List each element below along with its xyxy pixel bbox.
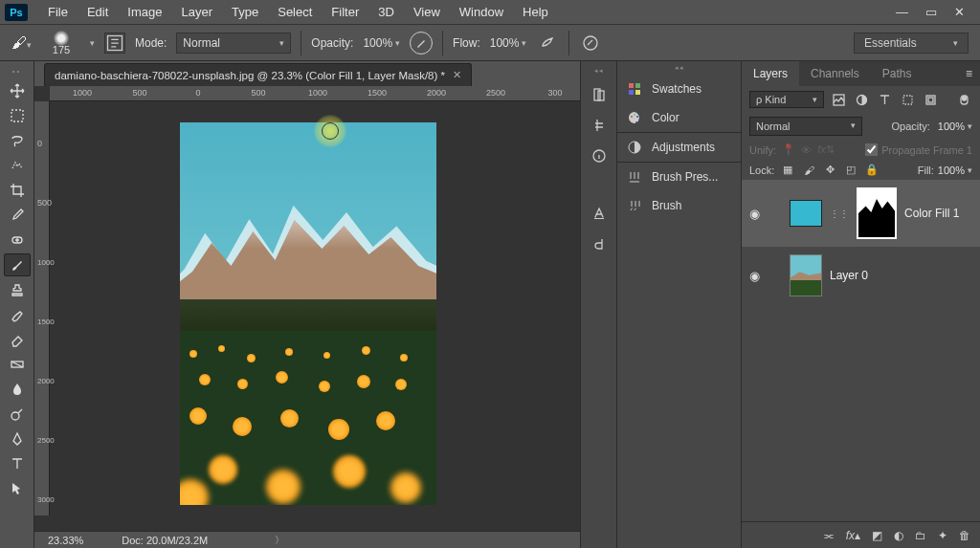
close-tab-icon[interactable]: ✕ bbox=[453, 69, 461, 81]
tool-indicator-icon[interactable]: 🖌▾ bbox=[11, 34, 33, 52]
brush-dropdown-icon[interactable]: ▾ bbox=[90, 38, 95, 48]
pressure-size-button[interactable] bbox=[579, 32, 602, 55]
status-menu-icon[interactable]: 〉 bbox=[275, 534, 284, 547]
eraser-tool[interactable] bbox=[4, 328, 31, 351]
airbrush-button[interactable] bbox=[536, 32, 559, 55]
menu-layer[interactable]: Layer bbox=[172, 5, 223, 19]
menu-type[interactable]: Type bbox=[222, 5, 268, 19]
layer-thumbnail[interactable] bbox=[790, 254, 822, 296]
healing-tool[interactable] bbox=[4, 229, 31, 252]
delete-layer-icon[interactable]: 🗑 bbox=[959, 529, 970, 542]
close-button[interactable]: ✕ bbox=[954, 5, 965, 19]
menu-filter[interactable]: Filter bbox=[322, 5, 368, 19]
layer-row[interactable]: ◉ Layer 0 bbox=[742, 247, 980, 304]
filter-shape-icon[interactable] bbox=[899, 91, 916, 108]
blur-tool[interactable] bbox=[4, 378, 31, 401]
path-select-tool[interactable] bbox=[4, 477, 31, 500]
brush-tool[interactable] bbox=[4, 253, 31, 276]
document-tab[interactable]: damiano-baschiera-708022-unsplash.jpg @ … bbox=[44, 63, 472, 86]
new-layer-icon[interactable]: ✦ bbox=[938, 529, 947, 542]
link-layers-icon[interactable]: ⫘ bbox=[823, 529, 835, 542]
marquee-tool[interactable] bbox=[4, 104, 31, 127]
gradient-tool[interactable] bbox=[4, 353, 31, 376]
layer-name[interactable]: Layer 0 bbox=[830, 269, 868, 282]
add-adjustment-icon[interactable]: ◐ bbox=[894, 529, 903, 542]
tab-layers[interactable]: Layers bbox=[742, 61, 799, 86]
swatches-panel-button[interactable]: Swatches bbox=[617, 75, 741, 103]
maximize-button[interactable]: ▭ bbox=[925, 5, 937, 19]
panel-expand-icon[interactable]: ◂◂ bbox=[617, 61, 741, 75]
visibility-toggle-icon[interactable]: ◉ bbox=[749, 207, 765, 221]
lock-position-icon[interactable]: ✥ bbox=[822, 164, 837, 176]
layer-filter-kind-select[interactable]: ρ Kind▾ bbox=[749, 91, 824, 108]
menu-view[interactable]: View bbox=[404, 5, 450, 19]
toolbar-grip[interactable]: •• bbox=[12, 67, 22, 76]
crop-tool[interactable] bbox=[4, 179, 31, 202]
move-tool[interactable] bbox=[4, 79, 31, 102]
opacity-value[interactable]: 100%▾ bbox=[363, 36, 400, 50]
fill-value[interactable]: 100%▾ bbox=[938, 164, 972, 176]
stamp-tool[interactable] bbox=[4, 278, 31, 301]
menu-file[interactable]: File bbox=[38, 5, 78, 19]
propagate-frame-checkbox[interactable]: Propagate Frame 1 bbox=[865, 143, 972, 156]
layer-row[interactable]: ◉ ⋮⋮ Color Fill 1 bbox=[742, 180, 980, 247]
mask-link-icon[interactable]: ⋮⋮ bbox=[830, 208, 849, 219]
canvas[interactable] bbox=[180, 122, 436, 505]
fill-thumbnail[interactable] bbox=[790, 200, 822, 227]
quick-select-tool[interactable] bbox=[4, 154, 31, 177]
adjustments-panel-button[interactable]: Adjustments bbox=[617, 133, 741, 162]
history-brush-tool[interactable] bbox=[4, 303, 31, 326]
color-panel-button[interactable]: Color bbox=[617, 103, 741, 132]
brush-panel-toggle-button[interactable] bbox=[104, 33, 125, 54]
menu-help[interactable]: Help bbox=[513, 5, 558, 19]
workspace-select[interactable]: Essentials▾ bbox=[854, 33, 969, 54]
history-panel-icon[interactable] bbox=[589, 84, 610, 105]
lasso-tool[interactable] bbox=[4, 129, 31, 152]
layer-name[interactable]: Color Fill 1 bbox=[904, 207, 959, 220]
brush-presets-panel-button[interactable]: Brush Pres... bbox=[617, 163, 741, 191]
lock-transparency-icon[interactable]: ▦ bbox=[780, 164, 795, 176]
layer-blend-mode-select[interactable]: Normal▾ bbox=[749, 117, 862, 136]
horizontal-ruler[interactable]: 1000 500 0 500 1000 1500 2000 2500 300 bbox=[50, 86, 580, 101]
dock-expand-icon[interactable]: ◂◂ bbox=[594, 67, 604, 75]
vertical-ruler[interactable]: 0 500 1000 1500 2000 2500 3000 bbox=[34, 101, 50, 515]
add-mask-icon[interactable]: ◩ bbox=[872, 529, 882, 542]
layer-fx-icon[interactable]: fx▴ bbox=[846, 529, 860, 542]
layer-opacity-value[interactable]: 100%▾ bbox=[938, 121, 972, 132]
zoom-level[interactable]: 23.33% bbox=[48, 535, 83, 546]
tab-paths[interactable]: Paths bbox=[871, 61, 924, 86]
flow-value[interactable]: 100%▾ bbox=[490, 36, 527, 50]
new-group-icon[interactable]: 🗀 bbox=[915, 529, 926, 542]
minimize-button[interactable]: — bbox=[896, 5, 908, 19]
visibility-toggle-icon[interactable]: ◉ bbox=[749, 269, 765, 283]
menu-3d[interactable]: 3D bbox=[368, 5, 404, 19]
menu-window[interactable]: Window bbox=[450, 5, 513, 19]
panel-menu-icon[interactable]: ≡ bbox=[958, 61, 980, 86]
info-panel-icon[interactable] bbox=[589, 145, 610, 166]
brush-panel-button[interactable]: Brush bbox=[617, 191, 741, 220]
menu-image[interactable]: Image bbox=[118, 5, 171, 19]
filter-smart-icon[interactable] bbox=[922, 91, 939, 108]
filter-pixel-icon[interactable] bbox=[830, 91, 847, 108]
character-panel-icon[interactable] bbox=[589, 115, 610, 136]
unify-visibility-icon[interactable]: 👁 bbox=[801, 144, 812, 156]
tab-channels[interactable]: Channels bbox=[799, 61, 871, 86]
lock-image-icon[interactable]: 🖌 bbox=[801, 164, 816, 176]
filter-type-icon[interactable] bbox=[876, 91, 893, 108]
filter-adjustment-icon[interactable] bbox=[853, 91, 870, 108]
paragraph-panel-icon[interactable] bbox=[589, 203, 610, 224]
brush-preset-picker[interactable]: 175 bbox=[42, 31, 80, 55]
menu-edit[interactable]: Edit bbox=[78, 5, 118, 19]
pressure-opacity-button[interactable] bbox=[410, 32, 433, 55]
doc-size[interactable]: Doc: 20.0M/23.2M bbox=[122, 535, 208, 546]
mask-thumbnail[interactable] bbox=[857, 187, 897, 239]
unify-position-icon[interactable]: 📍 bbox=[782, 143, 795, 156]
lock-all-icon[interactable]: 🔒 bbox=[864, 164, 880, 176]
dodge-tool[interactable] bbox=[4, 403, 31, 426]
pen-tool[interactable] bbox=[4, 427, 31, 450]
menu-select[interactable]: Select bbox=[268, 5, 322, 19]
glyphs-panel-icon[interactable] bbox=[589, 233, 610, 254]
type-tool[interactable] bbox=[4, 452, 31, 475]
blend-mode-select[interactable]: Normal▾ bbox=[176, 33, 291, 54]
filter-toggle-switch[interactable] bbox=[955, 91, 972, 108]
